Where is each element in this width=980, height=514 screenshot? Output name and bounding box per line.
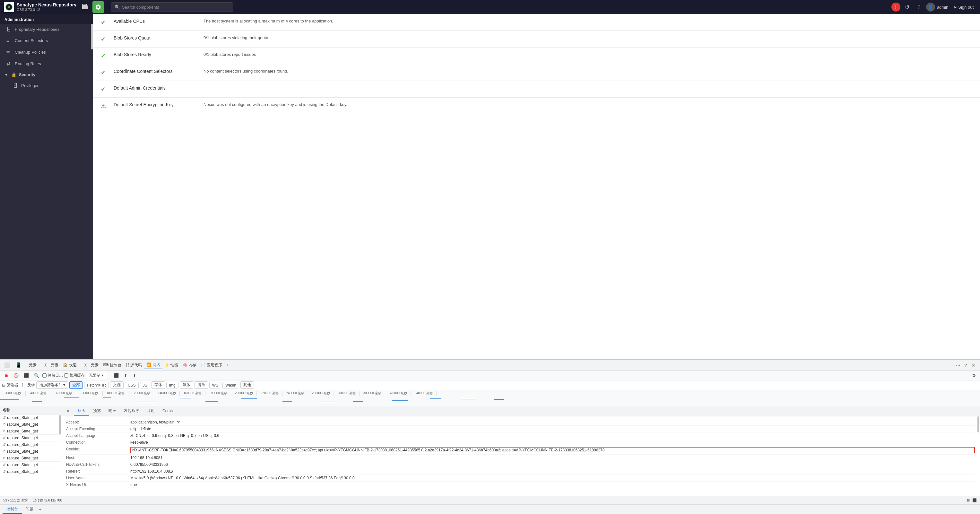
filter-font-btn[interactable]: 字体 (151, 381, 165, 389)
devtools-application-tab[interactable]: 📄 应用程序 (198, 361, 224, 369)
help-icon[interactable]: ? (915, 3, 923, 11)
sidebar-item-privileges[interactable]: 🗄 Privileges (0, 80, 93, 91)
detail-tab-preview[interactable]: 预览 (89, 406, 105, 416)
upload-btn[interactable]: ⬆ (122, 372, 129, 379)
timeline-label: 40000 毫秒 (26, 391, 51, 396)
devtools-device-btn[interactable]: 📱 (13, 361, 24, 369)
devtools-elements-tab2[interactable]: 〈/〉 元素 (79, 361, 101, 369)
status-row-available-cpus: ✔ Available CPUs The host system is allo… (93, 14, 980, 31)
reverse-checkbox-group[interactable]: 反转 (22, 382, 35, 388)
status-row-blob-stores-ready: ✔ Blob Stores Ready 0/1 blob stores repo… (93, 48, 980, 64)
devtools-more-icon[interactable]: ⋯ (954, 361, 963, 369)
content-selectors-icon: ≡ (6, 38, 12, 43)
devtools-sources-tab[interactable]: { } 源代码 (124, 361, 145, 369)
timeline-dash (353, 401, 363, 402)
filter-media-btn[interactable]: 媒体 (180, 381, 193, 389)
devtools-add-tab[interactable]: + (224, 362, 231, 369)
request-item[interactable]: ↺rapture_State_get (0, 461, 60, 468)
network-settings-btn[interactable]: ⚙ (970, 372, 978, 379)
request-item[interactable]: ↺rapture_State_get (0, 448, 60, 455)
settings-btn[interactable] (92, 1, 104, 13)
header-name-accept-language: Accept-Language: (66, 433, 130, 438)
filter-wasm-btn[interactable]: Wasm (223, 382, 239, 388)
minimize-icon[interactable]: ⊟ (967, 498, 970, 503)
request-item[interactable]: ↺rapture_State_get (0, 414, 60, 421)
filter-doc-btn[interactable]: 文档 (110, 381, 124, 389)
devtools-statusbar: 53 / 111 次请求 已传输72.6 kB/788 ⊟ ⬛ (0, 496, 980, 504)
header-name-connection: Connection: (66, 440, 130, 445)
detail-tab-initiator[interactable]: 发起程序 (120, 406, 143, 416)
subtoolbar-sep (109, 373, 109, 379)
sidebar-group-security[interactable]: ▼ 🔒 Security (0, 69, 93, 80)
sidebar-scrollbar (91, 24, 93, 49)
app-title-area: Sonatype Nexus Repository OSS 3.73.0-12 (17, 2, 76, 12)
disable-cache-checkbox[interactable] (64, 373, 68, 377)
footer-tab-issues[interactable]: 问题 (22, 505, 37, 513)
disable-cache-checkbox-group[interactable]: 禁用缓存 (64, 373, 85, 378)
sidebar-item-cleanup-policies[interactable]: ✏ Cleanup Policies (0, 46, 93, 58)
devtools-elements-tab[interactable]: 元素 (27, 361, 39, 369)
disable-cache-label: 禁用缓存 (69, 373, 85, 378)
request-item[interactable]: ↺rapture_State_get (0, 435, 60, 441)
devtools-welcome-tab[interactable]: 🏠 欢迎 (60, 361, 79, 369)
request-item[interactable]: ↺rapture_State_get (0, 455, 60, 461)
alert-icon[interactable]: ! (891, 3, 900, 11)
detail-tab-timing[interactable]: 计时 (143, 406, 159, 416)
devtools-performance-tab[interactable]: ⚡ 性能 (162, 361, 180, 369)
devtools-help-icon[interactable]: ? (963, 361, 969, 369)
keep-log-checkbox-group[interactable]: 保留日志 (42, 373, 63, 378)
request-name: rapture_State_get (7, 422, 38, 426)
keep-log-label: 保留日志 (48, 373, 63, 378)
user-area[interactable]: 👤 admin (926, 3, 948, 11)
filter-ws-btn[interactable]: WS (209, 382, 221, 388)
search-network-btn[interactable]: 🔍 (32, 372, 41, 379)
maximize-icon[interactable]: ⬛ (972, 498, 977, 503)
record-btn[interactable]: ⏺ (2, 372, 10, 379)
sidebar-item-content-selectors[interactable]: ≡ Content Selectors (0, 35, 93, 46)
detail-tab-headers[interactable]: 标头 (74, 406, 89, 416)
filter-css-btn[interactable]: CSS (125, 382, 139, 388)
sidebar-item-proprietary-repos[interactable]: 🗄 Proprietary Repositories (0, 24, 93, 35)
devtools-close-btn[interactable]: ✕ (969, 361, 978, 369)
header-name-accept: Accept: (66, 420, 130, 425)
devtools-toolbar: ⬜ 📱 元素 〈/〉 元素 🏠 欢迎 〈/〉 元素 ⌨ 控制台 { } 源代码 … (0, 360, 980, 371)
request-item[interactable]: ↺rapture_State_get (0, 428, 60, 435)
devtools-memory-tab[interactable]: 🧠 内存 (180, 361, 198, 369)
request-item[interactable]: ↺rapture_State_get (0, 441, 60, 448)
devtools-network-tab[interactable]: 📶 网络 (144, 361, 162, 369)
reverse-checkbox[interactable] (22, 383, 26, 387)
footer-tab-console[interactable]: 控制台 (3, 505, 22, 514)
clear-btn[interactable]: 🚫 (11, 372, 21, 379)
refresh-icon[interactable]: ↺ (903, 3, 912, 11)
search-bar[interactable]: 🔍 (111, 2, 233, 12)
detail-close-btn[interactable]: ✕ (64, 407, 73, 415)
request-item[interactable]: ↺rapture_State_get (0, 468, 60, 475)
filter-manifest-btn[interactable]: 清单 (194, 381, 208, 389)
browse-btn[interactable] (80, 1, 91, 13)
timeline-label: 180000 毫秒 (205, 391, 231, 396)
filter-other-btn[interactable]: 其他 (240, 381, 254, 389)
timeline-labels: 20000 毫秒40000 毫秒60000 毫秒80000 毫秒100000 毫… (0, 390, 980, 396)
keep-log-checkbox[interactable] (42, 373, 46, 377)
filter-fetch-xhr-btn[interactable]: Fetch/XHR (84, 382, 109, 388)
filter-all-btn[interactable]: 全部 (69, 381, 83, 389)
sign-out-button[interactable]: ➤ Sign out (951, 3, 976, 11)
devtools-inspect-btn[interactable]: ⬜ (2, 361, 13, 369)
import-btn[interactable]: ⬛ (112, 372, 121, 379)
header-row-accept-language: Accept-Language: zh-CN,zh;q=0.9,en;q=0.8… (66, 433, 975, 439)
devtools-console-tab[interactable]: 〈/〉 元素 (39, 361, 60, 369)
devtools-console-tab2[interactable]: ⌨ 控制台 (101, 361, 123, 369)
throttle-select[interactable]: 无限制 ▾ (86, 372, 106, 379)
detail-tab-response[interactable]: 响应 (105, 406, 120, 416)
sidebar-item-routing-rules[interactable]: ⇄ Routing Rules (0, 58, 93, 69)
detail-tab-cookie[interactable]: Cookie (159, 407, 178, 416)
footer-add-tab-btn[interactable]: + (38, 507, 41, 512)
download-btn[interactable]: ⬇ (130, 372, 138, 379)
network-fetch-icon[interactable]: ⬛ (22, 372, 31, 379)
request-item[interactable]: ↺rapture_State_get (0, 421, 60, 428)
search-input[interactable] (122, 5, 229, 10)
filter-js-btn[interactable]: JS (140, 382, 150, 388)
sign-out-icon: ➤ (953, 5, 957, 10)
add-filter-btn[interactable]: 增加筛选条件 ▾ (36, 381, 68, 389)
filter-img-btn[interactable]: Img (166, 382, 178, 388)
